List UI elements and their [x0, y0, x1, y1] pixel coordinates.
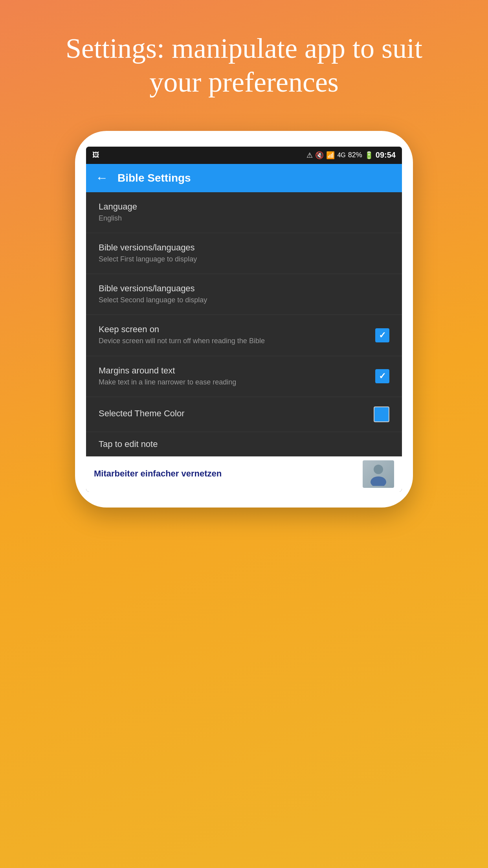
settings-list: Language English Bible versions/language… — [86, 192, 402, 456]
theme-color-title: Selected Theme Color — [99, 408, 367, 419]
keep-screen-checkbox[interactable]: ✓ — [375, 328, 389, 342]
ad-text: Mitarbeiter einfacher vernetzen — [94, 468, 363, 480]
ad-person-image — [363, 460, 394, 488]
svg-point-0 — [374, 465, 383, 474]
mute-icon: 🔇 — [315, 151, 324, 160]
settings-item-theme-color[interactable]: Selected Theme Color — [86, 397, 402, 432]
theme-color-swatch[interactable] — [374, 406, 389, 422]
settings-item-bible-first-text: Bible versions/languages Select First la… — [99, 243, 389, 264]
settings-item-tap-note[interactable]: Tap to edit note — [86, 432, 402, 456]
margins-title: Margins around text — [99, 366, 369, 376]
bible-second-subtitle: Select Second language to display — [99, 295, 389, 305]
svg-point-1 — [371, 476, 386, 486]
language-title: Language — [99, 202, 389, 212]
settings-item-theme-color-text: Selected Theme Color — [99, 408, 367, 420]
status-left: 🖼 — [92, 151, 101, 159]
settings-item-margins-text: Margins around text Make text in a line … — [99, 366, 369, 387]
alert-icon: ⚠ — [306, 151, 313, 160]
status-right: ⚠ 🔇 📶 4G 82% 🔋 09:54 — [306, 151, 396, 160]
phone-mockup: 🖼 ⚠ 🔇 📶 4G 82% 🔋 09:54 ← Bible Settings … — [75, 131, 413, 508]
status-time: 09:54 — [376, 151, 396, 160]
battery-icon: 🔋 — [365, 151, 373, 160]
margins-checkmark: ✓ — [379, 371, 386, 381]
keep-screen-title: Keep screen on — [99, 324, 369, 335]
app-bar: ← Bible Settings — [86, 164, 402, 192]
settings-item-keep-screen[interactable]: Keep screen on Device screen will not tu… — [86, 315, 402, 356]
settings-item-margins[interactable]: Margins around text Make text in a line … — [86, 356, 402, 397]
bible-second-title: Bible versions/languages — [99, 283, 389, 294]
app-bar-title: Bible Settings — [117, 172, 191, 184]
settings-item-bible-second[interactable]: Bible versions/languages Select Second l… — [86, 274, 402, 315]
tap-note-title: Tap to edit note — [99, 439, 389, 449]
battery-text: 82% — [348, 151, 362, 159]
settings-item-bible-first[interactable]: Bible versions/languages Select First la… — [86, 233, 402, 274]
signal-icon: 4G — [337, 152, 345, 159]
person-svg — [367, 462, 390, 486]
margins-checkbox[interactable]: ✓ — [375, 369, 389, 383]
settings-item-language-text: Language English — [99, 202, 389, 223]
status-bar: 🖼 ⚠ 🔇 📶 4G 82% 🔋 09:54 — [86, 147, 402, 164]
hero-title: Settings: manipulate app to suit your pr… — [0, 0, 488, 123]
margins-subtitle: Make text in a line narrower to ease rea… — [99, 377, 369, 387]
settings-item-keep-screen-text: Keep screen on Device screen will not tu… — [99, 324, 369, 346]
phone-screen: 🖼 ⚠ 🔇 📶 4G 82% 🔋 09:54 ← Bible Settings … — [86, 147, 402, 492]
back-button[interactable]: ← — [95, 171, 108, 185]
language-subtitle: English — [99, 213, 389, 223]
notification-icon: 🖼 — [92, 151, 99, 159]
settings-item-language[interactable]: Language English — [86, 192, 402, 233]
wifi-icon: 📶 — [326, 151, 335, 160]
keep-screen-subtitle: Device screen will not turn off when rea… — [99, 336, 369, 346]
bible-first-subtitle: Select First language to display — [99, 254, 389, 264]
keep-screen-checkmark: ✓ — [379, 330, 386, 340]
settings-item-bible-second-text: Bible versions/languages Select Second l… — [99, 283, 389, 305]
ad-banner[interactable]: Mitarbeiter einfacher vernetzen — [86, 456, 402, 492]
bible-first-title: Bible versions/languages — [99, 243, 389, 253]
